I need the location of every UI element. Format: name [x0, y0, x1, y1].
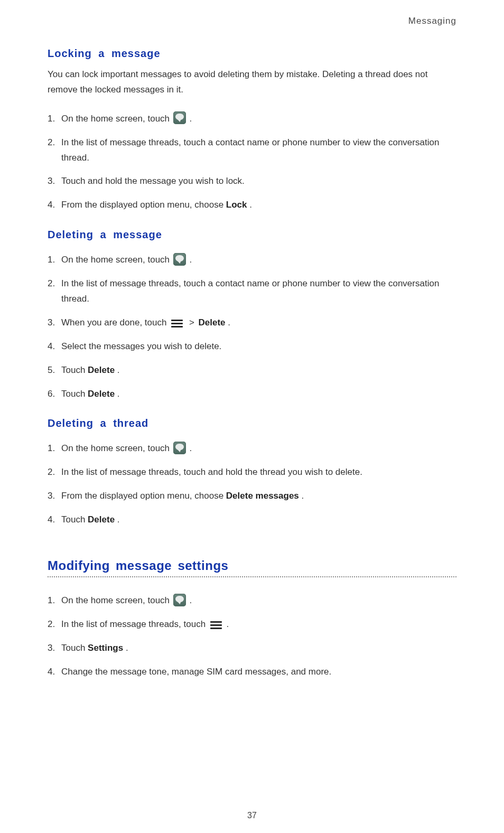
step: Touch and hold the message you wish to l…: [48, 170, 456, 193]
menu-icon: [171, 320, 183, 328]
step-text: On the home screen, touch: [61, 595, 172, 605]
messaging-app-icon: [173, 253, 186, 266]
step: In the list of message threads, touch an…: [48, 461, 456, 484]
step: In the list of message threads, touch a …: [48, 272, 456, 311]
step: Touch Delete .: [48, 508, 456, 532]
step-text: .: [249, 200, 252, 210]
step-bold: Delete: [88, 389, 115, 399]
step: Change the message tone, manage SIM card…: [48, 660, 456, 684]
step: On the home screen, touch .: [48, 248, 456, 272]
step: Touch Settings .: [48, 637, 456, 660]
step: In the list of message threads, touch a …: [48, 131, 456, 170]
steps-locking: On the home screen, touch . In the list …: [48, 107, 456, 217]
section-title-modifying-settings: Modifying message settings: [48, 558, 456, 573]
step-text: In the list of message threads, touch: [61, 619, 208, 629]
page-header: Messaging: [48, 16, 456, 26]
messaging-app-icon: [173, 111, 186, 124]
step: When you are done, touch > Delete .: [48, 311, 456, 335]
step-text: .: [117, 389, 120, 399]
step-bold: Lock: [226, 200, 247, 210]
steps-deleting-message: On the home screen, touch . In the list …: [48, 248, 456, 406]
step: On the home screen, touch .: [48, 437, 456, 461]
step-text: .: [117, 365, 120, 375]
step-bold: Delete messages: [226, 491, 299, 501]
breadcrumb-separator: >: [189, 317, 194, 327]
step-text: From the displayed option menu, choose: [61, 200, 226, 210]
step: Select the messages you wish to delete.: [48, 335, 456, 359]
step: On the home screen, touch .: [48, 589, 456, 613]
section-divider: [48, 576, 456, 577]
step: On the home screen, touch .: [48, 107, 456, 131]
step: Touch Delete .: [48, 359, 456, 382]
step-text: .: [190, 443, 192, 453]
section-title-locking: Locking a message: [48, 48, 456, 60]
step-text: .: [190, 595, 192, 605]
step: Touch Delete .: [48, 382, 456, 406]
step-text: .: [228, 317, 230, 327]
step-text: .: [117, 514, 120, 525]
step-text: When you are done, touch: [61, 317, 169, 327]
step-text: On the home screen, touch: [61, 114, 172, 124]
section-intro-locking: You can lock important messages to avoid…: [48, 67, 456, 98]
steps-deleting-thread: On the home screen, touch . In the list …: [48, 437, 456, 532]
step-text: Touch: [61, 389, 88, 399]
step-text: Touch: [61, 514, 88, 525]
step-text: Touch: [61, 643, 88, 653]
step-bold: Delete: [88, 365, 115, 375]
step-text: From the displayed option menu, choose: [61, 491, 226, 501]
step: In the list of message threads, touch .: [48, 613, 456, 637]
step-text: .: [227, 619, 229, 629]
step-text: On the home screen, touch: [61, 443, 172, 453]
step-text: .: [302, 491, 304, 501]
step-text: Touch: [61, 365, 88, 375]
step-text: .: [190, 255, 192, 265]
step-bold: Settings: [88, 643, 123, 653]
step-text: .: [190, 114, 192, 124]
messaging-app-icon: [173, 594, 186, 606]
manual-page: Messaging Locking a message You can lock…: [0, 0, 504, 833]
step-bold: Delete: [88, 514, 115, 525]
step: From the displayed option menu, choose D…: [48, 484, 456, 508]
messaging-app-icon: [173, 442, 186, 454]
steps-modifying-settings: On the home screen, touch . In the list …: [48, 589, 456, 684]
menu-icon: [210, 621, 222, 630]
step-text: .: [126, 643, 128, 653]
page-number: 37: [0, 811, 504, 820]
step-bold: Delete: [199, 317, 226, 327]
step: From the displayed option menu, choose L…: [48, 193, 456, 217]
section-title-deleting-thread: Deleting a thread: [48, 417, 456, 429]
step-text: On the home screen, touch: [61, 255, 172, 265]
section-title-deleting-message: Deleting a message: [48, 229, 456, 241]
